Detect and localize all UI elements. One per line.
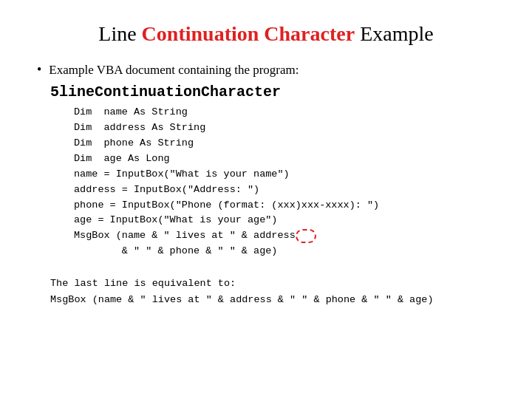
code-line-7: phone = InputBox("Phone (format: (xxx)xx… bbox=[74, 198, 495, 214]
equivalent-block: The last line is equivalent to: MsgBox (… bbox=[50, 276, 495, 307]
slide: Line Continuation Character Example • Ex… bbox=[0, 0, 532, 399]
slide-title: Line Continuation Character Example bbox=[37, 22, 495, 46]
code-line-5: name = InputBox("What is your name") bbox=[74, 167, 495, 183]
dashed-circle-indicator bbox=[296, 229, 316, 243]
code-line-6: address = InputBox("Address: ") bbox=[74, 183, 495, 198]
title-highlight: Continuation Character bbox=[142, 22, 355, 45]
code-line-1: Dim name As String bbox=[74, 105, 495, 120]
bullet-section: • Example VBA document containing the pr… bbox=[37, 62, 495, 100]
code-line-10: & " " & phone & " " & age) bbox=[74, 244, 495, 259]
bullet-dot: • bbox=[37, 62, 41, 78]
code-line-8: age = InputBox("What is your age") bbox=[74, 213, 495, 228]
code-line-2: Dim address As String bbox=[74, 120, 495, 136]
equiv-label: The last line is equivalent to: bbox=[50, 276, 495, 292]
code-line-4: Dim age As Long bbox=[74, 151, 495, 167]
code-block: Dim name As String Dim address As String… bbox=[74, 105, 495, 259]
code-line-3: Dim phone As String bbox=[74, 136, 495, 151]
title-prefix: Line bbox=[98, 22, 141, 45]
function-name: 5lineContinuationCharacter bbox=[50, 83, 495, 100]
title-suffix: Example bbox=[355, 22, 434, 45]
bullet-line: • Example VBA document containing the pr… bbox=[37, 62, 495, 78]
code-line-9: MsgBox (name & " lives at " & address bbox=[74, 228, 495, 244]
bullet-text: Example VBA document containing the prog… bbox=[49, 63, 299, 78]
equiv-code: MsgBox (name & " lives at " & address & … bbox=[50, 292, 495, 308]
